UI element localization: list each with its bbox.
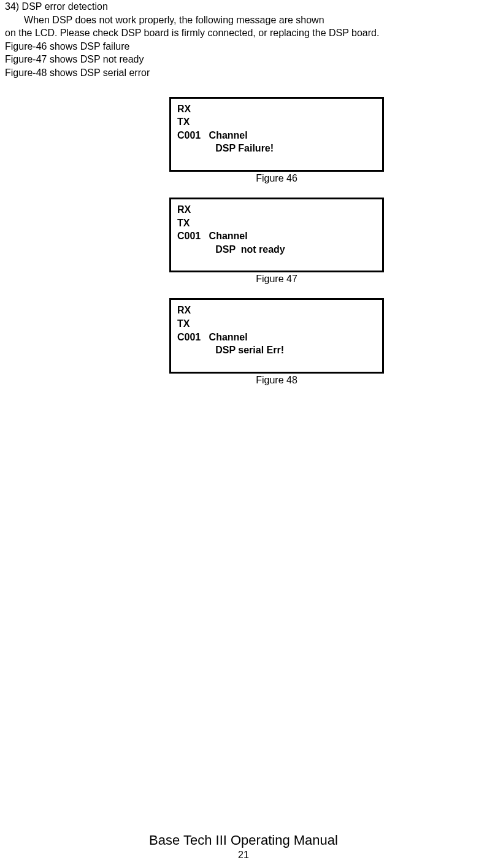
lcd3-line2: TX [177, 317, 376, 331]
figure-caption-48: Figure 48 [169, 375, 384, 386]
lcd2-line2: TX [177, 217, 376, 230]
intro-line-6: Figure-48 shows DSP serial error [5, 66, 482, 80]
lcd3-line3: C001 Channel [177, 331, 376, 344]
footer-page-number: 21 [0, 850, 487, 861]
lcd-display-1: RX TX C001 Channel DSP Failure! [169, 97, 384, 172]
lcd2-line4: DSP not ready [177, 243, 376, 256]
intro-line-2: When DSP does not work properly, the fol… [5, 13, 482, 27]
lcd1-line4: DSP Failure! [177, 142, 376, 155]
lcd2-line3: C001 Channel [177, 229, 376, 243]
lcd3-line4: DSP serial Err! [177, 344, 376, 357]
figure-caption-46: Figure 46 [169, 173, 384, 184]
lcd1-line2: TX [177, 115, 376, 129]
figure-caption-47: Figure 47 [169, 274, 384, 285]
intro-paragraph: 34) DSP error detection When DSP does no… [5, 0, 482, 80]
lcd1-line1: RX [177, 102, 376, 116]
lcd-display-3: RX TX C001 Channel DSP serial Err! [169, 298, 384, 373]
lcd3-line1: RX [177, 304, 376, 317]
intro-line-4: Figure-46 shows DSP failure [5, 40, 482, 53]
lcd1-line3: C001 Channel [177, 129, 376, 142]
page-footer: Base Tech III Operating Manual 21 [0, 832, 487, 861]
lcd-display-2: RX TX C001 Channel DSP not ready [169, 198, 384, 272]
lcd2-line1: RX [177, 203, 376, 217]
intro-line-3: on the LCD. Please check DSP board is fi… [5, 26, 482, 40]
intro-line-1: 34) DSP error detection [5, 0, 482, 13]
intro-line-5: Figure-47 shows DSP not ready [5, 53, 482, 66]
footer-manual-title: Base Tech III Operating Manual [0, 832, 487, 848]
